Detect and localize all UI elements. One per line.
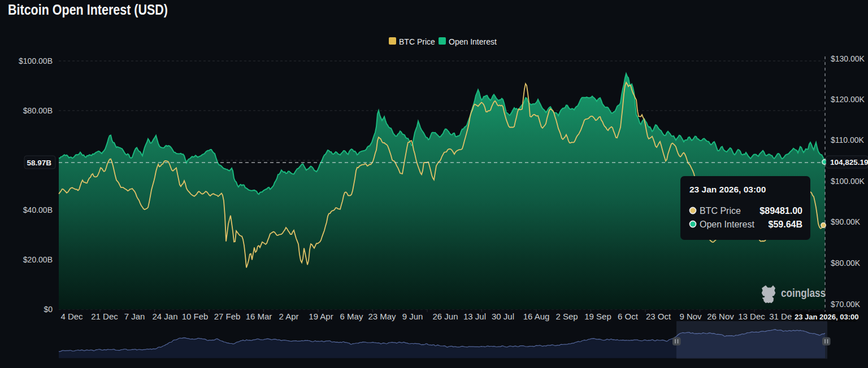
svg-text:58.97B: 58.97B: [27, 159, 51, 167]
svg-text:24 Jan: 24 Jan: [152, 312, 177, 321]
svg-text:16 Mar: 16 Mar: [246, 312, 272, 321]
svg-text:13 Dec: 13 Dec: [738, 312, 765, 321]
svg-text:16 Aug: 16 Aug: [523, 312, 550, 321]
svg-text:6 Oct: 6 Oct: [618, 312, 639, 321]
svg-text:19 Apr: 19 Apr: [309, 312, 333, 321]
svg-text:9 Nov: 9 Nov: [679, 312, 702, 321]
svg-text:$110.00K: $110.00K: [831, 135, 865, 144]
svg-text:coinglass: coinglass: [781, 287, 826, 299]
svg-text:4 Dec: 4 Dec: [60, 312, 83, 321]
svg-text:$120.00K: $120.00K: [831, 95, 865, 104]
svg-text:26 Jun: 26 Jun: [432, 312, 458, 321]
svg-text:BTC Price: BTC Price: [700, 206, 741, 216]
svg-text:13 Jul: 13 Jul: [463, 312, 486, 321]
svg-text:BTC Price: BTC Price: [399, 37, 435, 46]
svg-text:$100.00B: $100.00B: [19, 56, 53, 65]
svg-text:$130.00K: $130.00K: [831, 54, 865, 63]
svg-text:6 May: 6 May: [340, 312, 363, 321]
svg-text:26 Nov: 26 Nov: [707, 312, 734, 321]
svg-text:$70.00K: $70.00K: [831, 300, 861, 309]
svg-text:$59.64B: $59.64B: [769, 220, 803, 229]
svg-text:23 May: 23 May: [368, 312, 396, 321]
svg-text:$40.00B: $40.00B: [23, 205, 53, 214]
svg-text:30 Jul: 30 Jul: [492, 312, 514, 321]
svg-text:$0: $0: [44, 305, 53, 314]
svg-text:10 Feb: 10 Feb: [182, 312, 209, 321]
svg-text:$90.00K: $90.00K: [831, 217, 861, 226]
svg-text:Bitcoin Open Interest (USD): Bitcoin Open Interest (USD): [8, 1, 168, 18]
svg-text:Open Interest: Open Interest: [700, 220, 755, 229]
svg-text:104,825.19: 104,825.19: [830, 158, 868, 167]
svg-text:19 Sep: 19 Sep: [584, 312, 611, 321]
svg-text:$100.00K: $100.00K: [831, 177, 865, 186]
svg-text:$20.00B: $20.00B: [23, 255, 53, 264]
svg-text:23 Jan 2026, 03:00: 23 Jan 2026, 03:00: [689, 185, 766, 194]
svg-text:21 Dec: 21 Dec: [91, 312, 118, 321]
svg-text:$89481.00: $89481.00: [760, 206, 802, 216]
svg-text:23 Jan 2026, 03:00: 23 Jan 2026, 03:00: [795, 313, 858, 321]
svg-text:Open Interest: Open Interest: [449, 37, 497, 46]
svg-text:9 Jun: 9 Jun: [402, 312, 423, 321]
svg-text:$80.00K: $80.00K: [831, 259, 861, 268]
svg-text:27 Feb: 27 Feb: [214, 312, 241, 321]
svg-text:2 Apr: 2 Apr: [279, 312, 298, 321]
svg-text:$80.00B: $80.00B: [23, 106, 53, 115]
svg-text:7 Jan: 7 Jan: [124, 312, 145, 321]
svg-text:23 Oct: 23 Oct: [646, 312, 671, 321]
svg-text:2 Sep: 2 Sep: [555, 312, 578, 321]
